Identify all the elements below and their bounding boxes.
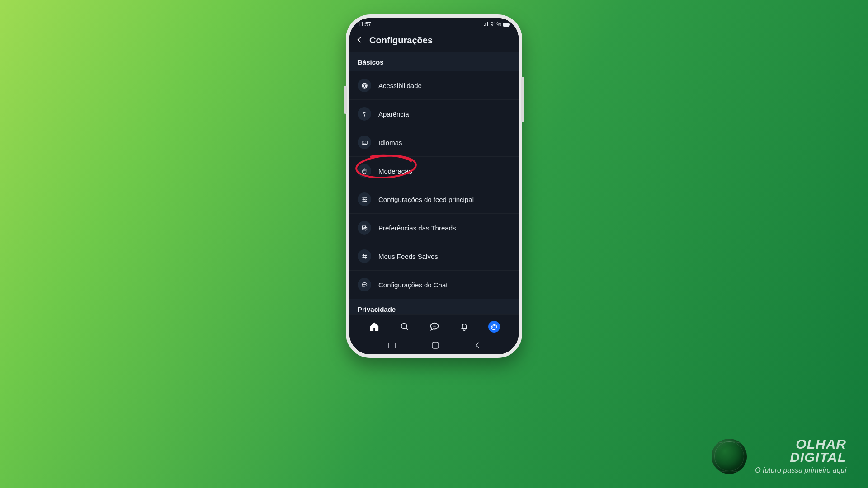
svg-rect-1 (509, 23, 510, 25)
app-header: Configurações (349, 31, 519, 52)
nav-home[interactable] (368, 320, 381, 333)
settings-row-label: Acessibilidade (378, 82, 422, 89)
section-menu-0: AcessibilidadeAparênciaIdiomasModeraçãoC… (349, 71, 519, 299)
section-label-0: Básicos (349, 52, 519, 71)
bubble-icon-wrap (358, 278, 371, 291)
bubble-icon (361, 282, 368, 288)
sliders-icon-wrap (358, 192, 371, 206)
hash-icon-wrap (358, 249, 371, 263)
phone-screen: 11:57 91% Configurações BásicosAcessibil… (349, 18, 519, 354)
battery-icon (503, 23, 510, 27)
hand-icon (361, 168, 368, 174)
brand-line1: OLHAR (755, 438, 846, 451)
brand-text: OLHAR DIGITAL O futuro passa primeiro aq… (755, 438, 846, 474)
page-title: Configurações (369, 35, 433, 46)
phone-frame: 11:57 91% Configurações BásicosAcessibil… (346, 14, 522, 358)
status-battery: 91% (491, 21, 501, 28)
paint-icon-wrap (358, 107, 371, 121)
accessibility-icon-wrap (358, 79, 371, 92)
settings-row-languages[interactable]: Idiomas (349, 128, 519, 157)
phone-side-button-right (521, 77, 524, 122)
svg-point-16 (434, 325, 435, 326)
hand-icon-wrap (358, 164, 371, 178)
nav-notifications[interactable] (458, 320, 471, 333)
settings-row-label: Meus Feeds Salvos (378, 253, 438, 260)
search-icon (400, 322, 410, 332)
svg-point-15 (433, 325, 434, 326)
svg-point-10 (363, 284, 364, 285)
brand-line2: DIGITAL (755, 451, 846, 464)
phone-side-button-left (344, 86, 347, 114)
svg-point-3 (364, 84, 365, 84)
svg-point-9 (363, 201, 365, 202)
svg-point-7 (363, 197, 364, 198)
chat-icon (361, 225, 368, 231)
messages-icon (429, 322, 439, 332)
svg-point-11 (364, 284, 364, 285)
android-softkeys (349, 338, 519, 354)
nav-search[interactable] (398, 320, 411, 333)
status-bar: 11:57 91% (349, 18, 519, 31)
settings-row-moderation[interactable]: Moderação (349, 157, 519, 185)
back-button[interactable] (356, 36, 363, 45)
paint-icon (361, 111, 368, 117)
sliders-icon (361, 196, 368, 203)
softkey-back[interactable] (474, 341, 481, 351)
svg-rect-0 (503, 23, 509, 27)
at-icon: @ (491, 323, 497, 330)
settings-row-label: Moderação (378, 167, 412, 175)
settings-row-appearance[interactable]: Aparência (349, 100, 519, 128)
nav-messages[interactable] (428, 320, 441, 333)
svg-rect-4 (364, 114, 365, 116)
background: 11:57 91% Configurações BásicosAcessibil… (0, 0, 868, 488)
nav-mentions[interactable]: @ (488, 321, 500, 333)
brand-watermark: OLHAR DIGITAL O futuro passa primeiro aq… (712, 438, 846, 474)
home-softkey-icon (431, 341, 439, 349)
accessibility-icon (361, 82, 368, 89)
svg-point-17 (435, 325, 436, 326)
settings-row-label: Configurações do feed principal (378, 196, 474, 203)
language-icon (361, 139, 368, 146)
bell-icon (459, 322, 469, 332)
signal-icon (483, 22, 489, 27)
svg-point-8 (365, 199, 366, 200)
home-icon (369, 322, 379, 332)
settings-row-label: Aparência (378, 110, 409, 118)
hash-icon (361, 253, 368, 260)
svg-point-14 (401, 323, 406, 328)
app-bottom-nav: @ (349, 314, 519, 338)
settings-row-label: Configurações do Chat (378, 281, 448, 289)
softkey-recents[interactable] (387, 342, 396, 351)
recents-icon (387, 342, 396, 349)
settings-scroll[interactable]: BásicosAcessibilidadeAparênciaIdiomasMod… (349, 52, 519, 314)
svg-rect-5 (362, 141, 367, 144)
settings-row-label: Idiomas (378, 139, 402, 146)
brand-tagline: O futuro passa primeiro aqui (755, 466, 846, 474)
status-time: 11:57 (358, 21, 371, 28)
chevron-left-icon (356, 36, 363, 43)
back-softkey-icon (474, 341, 481, 349)
softkey-home[interactable] (431, 341, 439, 351)
status-right: 91% (483, 21, 510, 28)
svg-rect-18 (432, 342, 439, 348)
settings-row-label: Preferências das Threads (378, 224, 456, 232)
settings-row-saved-feeds[interactable]: Meus Feeds Salvos (349, 242, 519, 271)
settings-row-feed-settings[interactable]: Configurações do feed principal (349, 185, 519, 214)
settings-row-accessibility[interactable]: Acessibilidade (349, 71, 519, 100)
chat-icon-wrap (358, 221, 371, 235)
settings-row-chat-settings[interactable]: Configurações do Chat (349, 271, 519, 299)
section-label-1: Privacidade (349, 299, 519, 314)
settings-row-thread-prefs[interactable]: Preferências das Threads (349, 214, 519, 242)
language-icon-wrap (358, 136, 371, 149)
svg-point-12 (365, 284, 365, 285)
brand-globe-icon (712, 439, 747, 474)
